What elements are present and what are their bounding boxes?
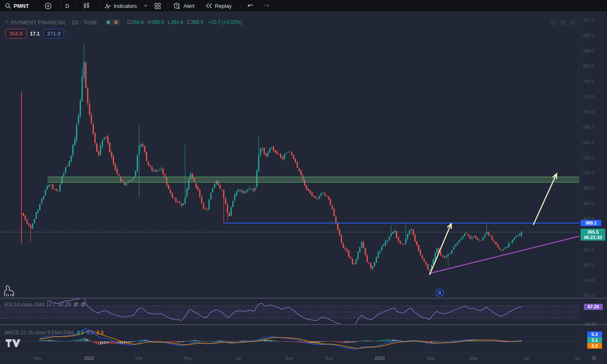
macd-signal-value: 2.3 (96, 330, 103, 336)
trendline (429, 236, 580, 274)
chart-type-button[interactable] (83, 0, 90, 12)
price-tick: 600.0 (583, 140, 595, 145)
price-pane: D (0, 44, 580, 296)
macd-hist-value: 3.1 (77, 330, 84, 336)
price-tick: 280.0 (583, 262, 595, 267)
price-tick: 560.0 (583, 155, 595, 160)
symbol-search-button[interactable]: PMNT (5, 0, 29, 12)
price-tick: 760.0 (583, 79, 595, 84)
macd-hist-axis-label: 3.1 (587, 337, 602, 343)
toolbar-divider (168, 2, 168, 9)
grid-layout-icon (155, 3, 161, 9)
last-price-value: 365.5 (587, 229, 599, 235)
rsi-mid-axis-label: 50.00 (585, 321, 597, 326)
time-tick: Jul (523, 356, 529, 361)
settings-mini-icon (569, 19, 576, 25)
macd-legend-text: MACD 12 26 close 9 EMA EMA (5, 330, 74, 336)
macd-signal-line (40, 331, 522, 348)
close-value: 365.5 (191, 19, 203, 25)
price-tick: 800.0 (583, 64, 595, 69)
time-axis-separator (0, 353, 607, 353)
indicators-label: Indicators (114, 3, 137, 9)
price-tick: 320.0 (583, 247, 595, 252)
macd-legend[interactable]: MACD 12 26 close 9 EMA EMA 3.1 5.3 2.3 (5, 330, 103, 336)
price-tick: 880.0 (583, 33, 595, 38)
resistance-zone (48, 177, 579, 182)
price-tick: 640.0 (583, 125, 595, 130)
candlesticks (21, 44, 522, 273)
last-price-label: 365.5 06:21:32 (581, 229, 605, 241)
bar-countdown: 06:21:32 (584, 235, 602, 240)
redo-button[interactable] (263, 0, 270, 12)
quick-action-icons[interactable] (550, 19, 576, 25)
low-value: 354.8 (171, 19, 183, 25)
alert-button[interactable]: Alert (173, 0, 195, 12)
range-low-chip: 354.8 (5, 29, 26, 38)
macd-line-value: 5.3 (87, 330, 94, 336)
dino-mascot-icon (3, 285, 15, 299)
time-tick: Mar (427, 356, 435, 361)
interval-toggle-pill[interactable]: D (105, 19, 121, 26)
time-tick-year: 2022 (84, 356, 94, 361)
toolbar-divider (76, 2, 77, 9)
chart-canvas[interactable]: D (0, 0, 607, 364)
macd-line (40, 329, 522, 349)
price-range-chips: 354.8 17.1 371.9 (5, 29, 64, 38)
time-tick: Jul (235, 356, 241, 361)
instrument-marker: P (5, 20, 8, 25)
price-axis[interactable]: 920.0880.0840.0800.0760.0720.0680.0640.0… (580, 12, 607, 353)
pane-separator-rsi[interactable] (0, 298, 607, 298)
time-tick: Se (575, 356, 580, 361)
time-tick: Mar (136, 356, 143, 361)
gear-icon (591, 355, 597, 361)
ohlc-values: O354.8 H365.5 L354.8 C365.5 +10.7 (+3.02… (127, 19, 242, 25)
rsi-legend-text: RSI 14 close SMA 14 2 (5, 302, 55, 307)
symbol-title[interactable]: PAYMENT FINANCIAL · 1D · TASE (11, 19, 98, 26)
undo-button[interactable] (247, 0, 254, 12)
svg-text:D: D (438, 291, 441, 295)
undo-icon (247, 3, 254, 9)
compare-add-button[interactable] (45, 0, 52, 12)
layout-grid-button[interactable] (155, 0, 161, 12)
low-label: L (168, 19, 171, 25)
macd-signal-axis-label: 2.3 (587, 343, 602, 349)
symbol-name: PMNT (14, 3, 29, 9)
tradingview-logo[interactable] (6, 339, 21, 350)
indicators-button[interactable]: Indicators (104, 0, 137, 12)
price-tick: 240.0 (583, 278, 595, 283)
toolbar-divider (99, 2, 100, 9)
open-value: 354.8 (131, 19, 144, 25)
search-icon (5, 3, 11, 9)
chart-settings-button[interactable] (590, 355, 597, 362)
time-tick: Nov (33, 356, 42, 361)
rsi-value: 67.25 (58, 302, 71, 307)
price-tick: 200.0 (583, 293, 595, 298)
range-high-chip: 371.9 (43, 29, 64, 38)
alarm-clock-icon (173, 2, 181, 10)
chevron-down-icon (144, 5, 148, 7)
symbol-legend: P PAYMENT FINANCIAL · 1D · TASE D O354.8… (5, 19, 242, 26)
indicators-templates-chevron[interactable] (144, 0, 148, 12)
plus-circle-icon (45, 2, 52, 9)
snapshot-mini-icon (560, 19, 566, 25)
line-price-label: 389.1 (581, 220, 601, 226)
pane-separator-macd[interactable] (0, 324, 607, 325)
replay-button[interactable]: Replay (205, 0, 231, 12)
interval-button[interactable]: D (65, 0, 69, 12)
price-tick: 680.0 (583, 109, 595, 114)
close-label: C (187, 19, 190, 25)
replay-rewind-icon (205, 3, 212, 9)
price-tick: 920.0 (583, 18, 595, 23)
rsi-legend[interactable]: RSI 14 close SMA 14 2 67.25 ∅ ∅ (5, 302, 85, 307)
market-status-dot (107, 21, 110, 24)
time-tick: May (184, 356, 193, 361)
high-value: 365.5 (152, 19, 164, 25)
interval-value: D (65, 3, 69, 9)
time-axis[interactable]: Nov2022MarMayJulSepNov2023MarMayJulSe (0, 353, 607, 364)
add-alert-mini-icon (550, 19, 557, 25)
replay-label: Replay (215, 3, 231, 9)
rsi-axis-label: 67.25 (584, 304, 603, 310)
alert-label: Alert (183, 3, 195, 9)
tradingview-chart-app: PMNT D Indicators Alert Rep (0, 0, 607, 364)
time-tick: May (469, 356, 478, 361)
